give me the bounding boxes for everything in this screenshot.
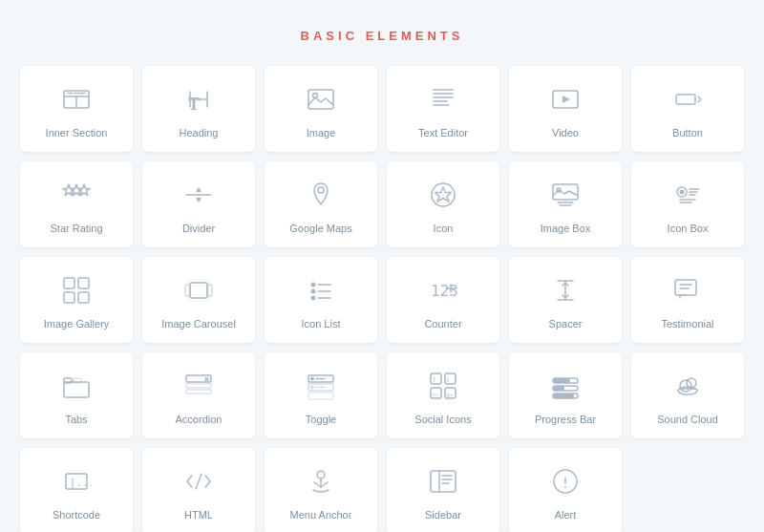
element-accordion[interactable]: Accordion bbox=[142, 352, 255, 438]
element-image-box[interactable]: Image Box bbox=[509, 161, 622, 247]
svg-rect-45 bbox=[207, 285, 212, 296]
element-shortcode[interactable]: [...] Shortcode bbox=[20, 448, 133, 532]
element-icon-box-label: Icon Box bbox=[668, 222, 709, 235]
svg-text:[...]: [...] bbox=[70, 477, 92, 489]
element-image[interactable]: Image bbox=[265, 66, 377, 152]
button-icon bbox=[670, 82, 705, 117]
element-icon-label: Icon bbox=[434, 222, 454, 235]
svg-marker-17 bbox=[562, 96, 570, 103]
svg-point-50 bbox=[311, 295, 316, 300]
element-heading-label: Heading bbox=[180, 126, 219, 139]
element-accordion-label: Accordion bbox=[176, 413, 223, 426]
star-rating-icon bbox=[59, 178, 94, 212]
element-image-carousel[interactable]: Image Carousel bbox=[142, 257, 255, 343]
svg-text:t: t bbox=[447, 376, 449, 383]
element-counter[interactable]: 123 Counter bbox=[387, 257, 499, 343]
svg-rect-101 bbox=[431, 471, 456, 492]
svg-rect-41 bbox=[64, 292, 74, 303]
image-gallery-icon bbox=[59, 273, 94, 308]
svg-marker-27 bbox=[435, 187, 452, 202]
divider-icon bbox=[181, 178, 216, 212]
spacer-icon bbox=[548, 273, 583, 308]
element-progress-bar[interactable]: Progress Bar bbox=[509, 352, 622, 438]
svg-marker-23 bbox=[196, 187, 202, 192]
element-social-icons[interactable]: f t in g+ Social Icons bbox=[387, 352, 499, 438]
element-spacer-label: Spacer bbox=[549, 317, 583, 330]
svg-point-70 bbox=[310, 376, 314, 380]
sound-cloud-icon bbox=[670, 369, 705, 403]
svg-text:T: T bbox=[188, 95, 200, 114]
element-progress-bar-label: Progress Bar bbox=[535, 413, 596, 426]
element-social-icons-label: Social Icons bbox=[414, 413, 471, 426]
element-star-rating[interactable]: Star Rating bbox=[20, 161, 133, 247]
element-tabs-label: Tabs bbox=[65, 413, 87, 426]
svg-text:f: f bbox=[434, 376, 435, 383]
social-icons-icon: f t in g+ bbox=[426, 369, 460, 403]
svg-rect-42 bbox=[78, 292, 89, 303]
element-icon-list[interactable]: Icon List bbox=[265, 257, 377, 343]
element-inner-section[interactable]: Inner Section bbox=[20, 66, 133, 152]
element-menu-anchor[interactable]: Menu Anchor bbox=[265, 448, 377, 532]
svg-rect-62 bbox=[64, 378, 72, 383]
element-sidebar[interactable]: Sidebar bbox=[387, 448, 499, 532]
svg-rect-58 bbox=[675, 280, 696, 295]
svg-point-48 bbox=[311, 288, 316, 293]
image-box-icon bbox=[548, 178, 583, 212]
element-image-gallery[interactable]: Image Gallery bbox=[20, 257, 133, 343]
svg-line-96 bbox=[196, 474, 202, 489]
image-carousel-icon bbox=[181, 273, 216, 308]
element-text-editor[interactable]: Text Editor bbox=[387, 66, 499, 152]
svg-rect-39 bbox=[64, 278, 74, 288]
element-text-editor-label: Text Editor bbox=[418, 126, 468, 139]
svg-rect-18 bbox=[676, 95, 695, 104]
progress-bar-icon bbox=[548, 369, 583, 403]
counter-icon: 123 bbox=[426, 273, 460, 308]
element-html[interactable]: HTML bbox=[142, 448, 255, 532]
svg-line-100 bbox=[321, 482, 328, 487]
svg-point-46 bbox=[311, 282, 316, 287]
element-video[interactable]: Video bbox=[509, 66, 622, 152]
element-icon[interactable]: Icon bbox=[387, 161, 499, 247]
element-sound-cloud[interactable]: Sound Cloud bbox=[631, 352, 744, 438]
element-alert[interactable]: Alert bbox=[509, 448, 622, 532]
element-testimonial-label: Testimonial bbox=[661, 317, 713, 330]
element-menu-anchor-label: Menu Anchor bbox=[290, 508, 352, 521]
element-image-carousel-label: Image Carousel bbox=[161, 317, 236, 330]
element-divider-label: Divider bbox=[182, 222, 215, 235]
svg-rect-43 bbox=[190, 283, 207, 298]
element-google-maps[interactable]: Google Maps bbox=[265, 161, 377, 247]
svg-point-97 bbox=[317, 471, 325, 479]
element-heading[interactable]: T Heading bbox=[142, 66, 255, 152]
accordion-icon bbox=[181, 369, 216, 403]
element-star-rating-label: Star Rating bbox=[50, 222, 102, 235]
element-button[interactable]: Button bbox=[631, 66, 744, 152]
element-tabs[interactable]: Tabs bbox=[20, 352, 133, 438]
video-icon bbox=[548, 82, 583, 117]
alert-icon bbox=[548, 464, 583, 499]
svg-text:in: in bbox=[433, 392, 437, 397]
element-icon-box[interactable]: Icon Box bbox=[631, 161, 744, 247]
svg-point-25 bbox=[318, 187, 324, 193]
element-shortcode-label: Shortcode bbox=[53, 508, 100, 521]
html-icon bbox=[181, 464, 216, 499]
svg-rect-87 bbox=[553, 386, 564, 391]
svg-point-73 bbox=[310, 385, 314, 389]
element-alert-label: Alert bbox=[555, 508, 577, 521]
element-image-box-label: Image Box bbox=[541, 222, 591, 235]
heading-icon: T bbox=[181, 82, 216, 117]
svg-rect-85 bbox=[553, 378, 570, 383]
svg-point-108 bbox=[564, 486, 566, 488]
inner-section-icon bbox=[59, 82, 94, 117]
svg-rect-9 bbox=[308, 90, 333, 109]
shortcode-icon: [...] bbox=[59, 464, 94, 499]
element-toggle[interactable]: Toggle bbox=[265, 352, 377, 438]
tabs-icon bbox=[59, 369, 94, 403]
element-divider[interactable]: Divider bbox=[142, 161, 255, 247]
element-testimonial[interactable]: Testimonial bbox=[631, 257, 744, 343]
text-editor-icon bbox=[426, 82, 460, 117]
element-spacer[interactable]: Spacer bbox=[509, 257, 622, 343]
svg-text:123: 123 bbox=[431, 282, 458, 300]
element-button-label: Button bbox=[672, 126, 703, 139]
element-sound-cloud-label: Sound Cloud bbox=[657, 413, 718, 426]
icon-icon bbox=[426, 178, 460, 212]
